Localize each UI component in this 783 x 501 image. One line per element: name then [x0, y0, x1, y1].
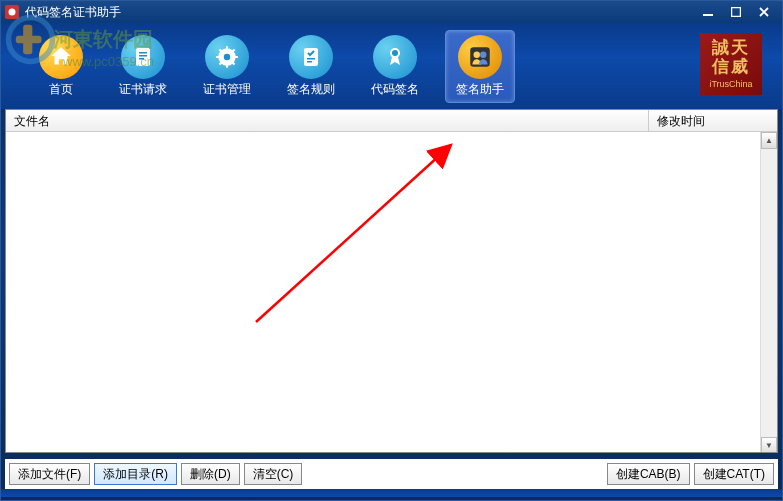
svg-point-20	[480, 51, 487, 58]
app-icon	[5, 5, 19, 19]
brand-logo: 誠天 信威 iTrusChina	[700, 33, 762, 95]
svg-rect-14	[307, 58, 315, 60]
add-dir-button[interactable]: 添加目录(R)	[94, 463, 177, 485]
svg-point-12	[224, 53, 231, 60]
toolbar-code-sign[interactable]: 代码签名	[361, 31, 429, 102]
clear-button[interactable]: 清空(C)	[244, 463, 303, 485]
col-filename[interactable]: 文件名	[6, 110, 649, 131]
scroll-up-button[interactable]: ▲	[761, 132, 777, 149]
cert-request-icon	[121, 35, 165, 79]
window-title: 代码签名证书助手	[25, 4, 694, 21]
col-modtime[interactable]: 修改时间	[649, 110, 777, 131]
minimize-button[interactable]	[694, 3, 722, 21]
svg-point-1	[9, 9, 16, 16]
svg-rect-3	[732, 8, 741, 17]
sign-rule-icon	[289, 35, 333, 79]
svg-rect-13	[304, 48, 318, 66]
delete-button[interactable]: 删除(D)	[181, 463, 240, 485]
svg-point-17	[392, 50, 398, 56]
code-sign-icon	[373, 35, 417, 79]
vertical-scrollbar[interactable]: ▲ ▼	[760, 132, 777, 453]
svg-point-19	[474, 51, 481, 58]
create-cab-button[interactable]: 创建CAB(B)	[607, 463, 690, 485]
toolbar-sign-rule[interactable]: 签名规则	[277, 31, 345, 102]
svg-rect-10	[139, 58, 144, 60]
close-button[interactable]	[750, 3, 778, 21]
create-cat-button[interactable]: 创建CAT(T)	[694, 463, 774, 485]
maximize-button[interactable]	[722, 3, 750, 21]
sign-helper-icon	[458, 35, 502, 79]
svg-line-21	[256, 145, 451, 322]
file-list-body[interactable]	[6, 132, 777, 452]
toolbar-cert-manage[interactable]: 证书管理	[193, 31, 261, 102]
toolbar-cert-request[interactable]: 证书请求	[109, 31, 177, 102]
svg-rect-15	[307, 61, 312, 63]
toolbar-home[interactable]: 首页	[29, 31, 93, 102]
svg-rect-8	[139, 52, 147, 54]
action-bar: 添加文件(F) 添加目录(R) 删除(D) 清空(C) 创建CAB(B) 创建C…	[5, 459, 778, 489]
svg-rect-2	[703, 14, 713, 16]
toolbar-sign-helper[interactable]: 签名助手	[445, 30, 515, 103]
annotation-arrow	[251, 137, 461, 327]
home-icon	[39, 35, 83, 79]
cert-manage-icon	[205, 35, 249, 79]
svg-rect-7	[136, 48, 150, 66]
file-list-panel: 文件名 修改时间 ▲ ▼	[5, 109, 778, 453]
main-toolbar: 首页 证书请求 证书管理 签名规则 代码签名	[1, 23, 782, 109]
add-file-button[interactable]: 添加文件(F)	[9, 463, 90, 485]
scroll-down-button[interactable]: ▼	[761, 437, 777, 453]
svg-rect-9	[139, 55, 147, 57]
